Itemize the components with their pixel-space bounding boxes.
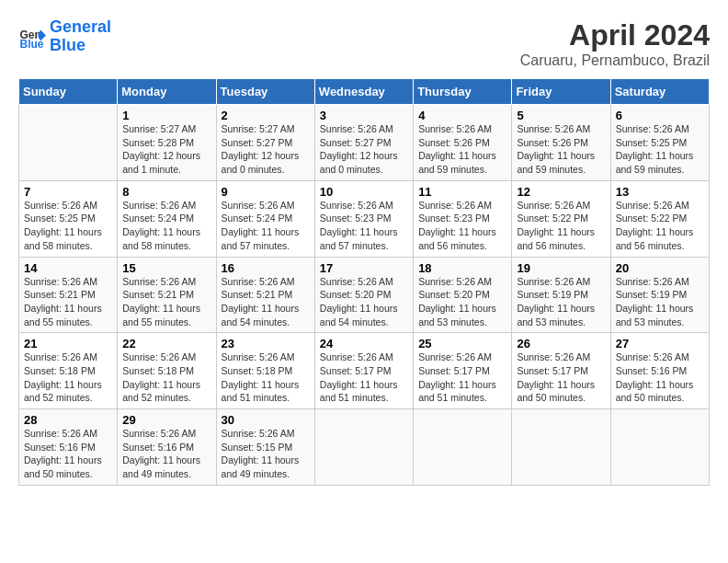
day-info: Sunrise: 5:26 AM Sunset: 5:24 PM Dayligh… bbox=[222, 199, 310, 253]
calendar-cell: 12Sunrise: 5:26 AM Sunset: 5:22 PM Dayli… bbox=[512, 180, 610, 257]
calendar-cell bbox=[314, 409, 413, 486]
day-number: 5 bbox=[517, 109, 605, 122]
calendar-cell: 15Sunrise: 5:26 AM Sunset: 5:21 PM Dayli… bbox=[118, 257, 216, 333]
day-info: Sunrise: 5:26 AM Sunset: 5:16 PM Dayligh… bbox=[122, 427, 210, 481]
week-row-1: 1Sunrise: 5:27 AM Sunset: 5:28 PM Daylig… bbox=[19, 105, 710, 181]
day-number: 1 bbox=[122, 109, 210, 122]
day-info: Sunrise: 5:26 AM Sunset: 5:21 PM Dayligh… bbox=[24, 275, 112, 329]
day-info: Sunrise: 5:26 AM Sunset: 5:18 PM Dayligh… bbox=[24, 350, 112, 405]
day-info: Sunrise: 5:26 AM Sunset: 5:17 PM Dayligh… bbox=[320, 350, 408, 405]
calendar-cell: 25Sunrise: 5:26 AM Sunset: 5:17 PM Dayli… bbox=[414, 333, 512, 409]
title-block: April 2024 Caruaru, Pernambuco, Brazil bbox=[520, 18, 710, 69]
day-info: Sunrise: 5:26 AM Sunset: 5:24 PM Dayligh… bbox=[122, 199, 210, 253]
calendar-cell: 4Sunrise: 5:26 AM Sunset: 5:26 PM Daylig… bbox=[414, 105, 512, 181]
day-info: Sunrise: 5:27 AM Sunset: 5:27 PM Dayligh… bbox=[222, 122, 310, 177]
day-info: Sunrise: 5:26 AM Sunset: 5:26 PM Dayligh… bbox=[418, 122, 506, 177]
day-number: 15 bbox=[122, 261, 210, 275]
week-row-4: 21Sunrise: 5:26 AM Sunset: 5:18 PM Dayli… bbox=[19, 333, 710, 409]
calendar-cell: 29Sunrise: 5:26 AM Sunset: 5:16 PM Dayli… bbox=[118, 409, 216, 486]
day-info: Sunrise: 5:26 AM Sunset: 5:26 PM Dayligh… bbox=[517, 122, 605, 177]
day-number: 11 bbox=[418, 185, 506, 199]
weekday-header-saturday: Saturday bbox=[610, 79, 709, 105]
page-header: Gen Blue GeneralBlue April 2024 Caruaru,… bbox=[18, 18, 710, 69]
day-info: Sunrise: 5:26 AM Sunset: 5:17 PM Dayligh… bbox=[418, 350, 506, 405]
calendar-cell bbox=[610, 409, 709, 486]
logo-icon: Gen Blue bbox=[18, 23, 46, 51]
calendar-cell: 10Sunrise: 5:26 AM Sunset: 5:23 PM Dayli… bbox=[314, 180, 413, 257]
day-info: Sunrise: 5:26 AM Sunset: 5:27 PM Dayligh… bbox=[320, 122, 408, 177]
day-number: 14 bbox=[24, 261, 112, 275]
calendar-cell: 21Sunrise: 5:26 AM Sunset: 5:18 PM Dayli… bbox=[19, 333, 118, 409]
day-number: 24 bbox=[320, 337, 408, 350]
calendar-cell bbox=[19, 105, 118, 181]
calendar-cell: 8Sunrise: 5:26 AM Sunset: 5:24 PM Daylig… bbox=[118, 180, 216, 257]
day-number: 17 bbox=[320, 261, 408, 275]
day-number: 4 bbox=[418, 109, 506, 122]
logo: Gen Blue GeneralBlue bbox=[18, 18, 111, 55]
day-info: Sunrise: 5:26 AM Sunset: 5:19 PM Dayligh… bbox=[616, 275, 704, 329]
day-number: 27 bbox=[616, 337, 704, 350]
day-number: 7 bbox=[24, 185, 112, 199]
day-info: Sunrise: 5:26 AM Sunset: 5:25 PM Dayligh… bbox=[616, 122, 704, 177]
day-number: 3 bbox=[320, 109, 408, 122]
calendar-cell: 22Sunrise: 5:26 AM Sunset: 5:18 PM Dayli… bbox=[118, 333, 216, 409]
calendar-cell bbox=[512, 409, 610, 486]
day-info: Sunrise: 5:27 AM Sunset: 5:28 PM Dayligh… bbox=[122, 122, 210, 177]
day-number: 23 bbox=[222, 337, 310, 350]
day-info: Sunrise: 5:26 AM Sunset: 5:22 PM Dayligh… bbox=[616, 199, 704, 253]
logo-text: GeneralBlue bbox=[50, 18, 111, 55]
day-number: 21 bbox=[24, 337, 112, 350]
day-number: 12 bbox=[517, 185, 605, 199]
weekday-header-thursday: Thursday bbox=[414, 79, 512, 105]
day-number: 30 bbox=[222, 413, 310, 427]
calendar-cell: 24Sunrise: 5:26 AM Sunset: 5:17 PM Dayli… bbox=[314, 333, 413, 409]
day-number: 8 bbox=[122, 185, 210, 199]
day-number: 6 bbox=[616, 109, 704, 122]
weekday-header-row: SundayMondayTuesdayWednesdayThursdayFrid… bbox=[19, 79, 710, 105]
calendar-cell: 7Sunrise: 5:26 AM Sunset: 5:25 PM Daylig… bbox=[19, 180, 118, 257]
calendar-cell: 6Sunrise: 5:26 AM Sunset: 5:25 PM Daylig… bbox=[610, 105, 709, 181]
week-row-3: 14Sunrise: 5:26 AM Sunset: 5:21 PM Dayli… bbox=[19, 257, 710, 333]
day-number: 20 bbox=[616, 261, 704, 275]
week-row-2: 7Sunrise: 5:26 AM Sunset: 5:25 PM Daylig… bbox=[19, 180, 710, 257]
calendar-cell: 16Sunrise: 5:26 AM Sunset: 5:21 PM Dayli… bbox=[216, 257, 314, 333]
weekday-header-monday: Monday bbox=[118, 79, 216, 105]
calendar-cell: 9Sunrise: 5:26 AM Sunset: 5:24 PM Daylig… bbox=[216, 180, 314, 257]
page-title: April 2024 bbox=[520, 18, 710, 52]
day-info: Sunrise: 5:26 AM Sunset: 5:21 PM Dayligh… bbox=[222, 275, 310, 329]
day-number: 9 bbox=[222, 185, 310, 199]
day-number: 29 bbox=[122, 413, 210, 427]
calendar-cell: 28Sunrise: 5:26 AM Sunset: 5:16 PM Dayli… bbox=[19, 409, 118, 486]
day-info: Sunrise: 5:26 AM Sunset: 5:20 PM Dayligh… bbox=[320, 275, 408, 329]
day-info: Sunrise: 5:26 AM Sunset: 5:16 PM Dayligh… bbox=[616, 350, 704, 405]
day-number: 25 bbox=[418, 337, 506, 350]
weekday-header-friday: Friday bbox=[512, 79, 610, 105]
calendar-cell: 27Sunrise: 5:26 AM Sunset: 5:16 PM Dayli… bbox=[610, 333, 709, 409]
day-number: 16 bbox=[222, 261, 310, 275]
calendar-cell bbox=[414, 409, 512, 486]
calendar-cell: 1Sunrise: 5:27 AM Sunset: 5:28 PM Daylig… bbox=[118, 105, 216, 181]
calendar-table: SundayMondayTuesdayWednesdayThursdayFrid… bbox=[18, 78, 710, 486]
weekday-header-wednesday: Wednesday bbox=[314, 79, 413, 105]
calendar-cell: 14Sunrise: 5:26 AM Sunset: 5:21 PM Dayli… bbox=[19, 257, 118, 333]
calendar-cell: 30Sunrise: 5:26 AM Sunset: 5:15 PM Dayli… bbox=[216, 409, 314, 486]
calendar-cell: 5Sunrise: 5:26 AM Sunset: 5:26 PM Daylig… bbox=[512, 105, 610, 181]
weekday-header-sunday: Sunday bbox=[19, 79, 118, 105]
day-info: Sunrise: 5:26 AM Sunset: 5:17 PM Dayligh… bbox=[517, 350, 605, 405]
day-number: 10 bbox=[320, 185, 408, 199]
calendar-cell: 13Sunrise: 5:26 AM Sunset: 5:22 PM Dayli… bbox=[610, 180, 709, 257]
calendar-cell: 23Sunrise: 5:26 AM Sunset: 5:18 PM Dayli… bbox=[216, 333, 314, 409]
calendar-cell: 18Sunrise: 5:26 AM Sunset: 5:20 PM Dayli… bbox=[414, 257, 512, 333]
day-info: Sunrise: 5:26 AM Sunset: 5:15 PM Dayligh… bbox=[222, 427, 310, 481]
day-number: 28 bbox=[24, 413, 112, 427]
day-number: 26 bbox=[517, 337, 605, 350]
day-info: Sunrise: 5:26 AM Sunset: 5:18 PM Dayligh… bbox=[222, 350, 310, 405]
calendar-cell: 17Sunrise: 5:26 AM Sunset: 5:20 PM Dayli… bbox=[314, 257, 413, 333]
day-info: Sunrise: 5:26 AM Sunset: 5:23 PM Dayligh… bbox=[320, 199, 408, 253]
day-number: 2 bbox=[222, 109, 310, 122]
day-number: 19 bbox=[517, 261, 605, 275]
day-info: Sunrise: 5:26 AM Sunset: 5:21 PM Dayligh… bbox=[122, 275, 210, 329]
day-number: 22 bbox=[122, 337, 210, 350]
calendar-cell: 11Sunrise: 5:26 AM Sunset: 5:23 PM Dayli… bbox=[414, 180, 512, 257]
week-row-5: 28Sunrise: 5:26 AM Sunset: 5:16 PM Dayli… bbox=[19, 409, 710, 486]
